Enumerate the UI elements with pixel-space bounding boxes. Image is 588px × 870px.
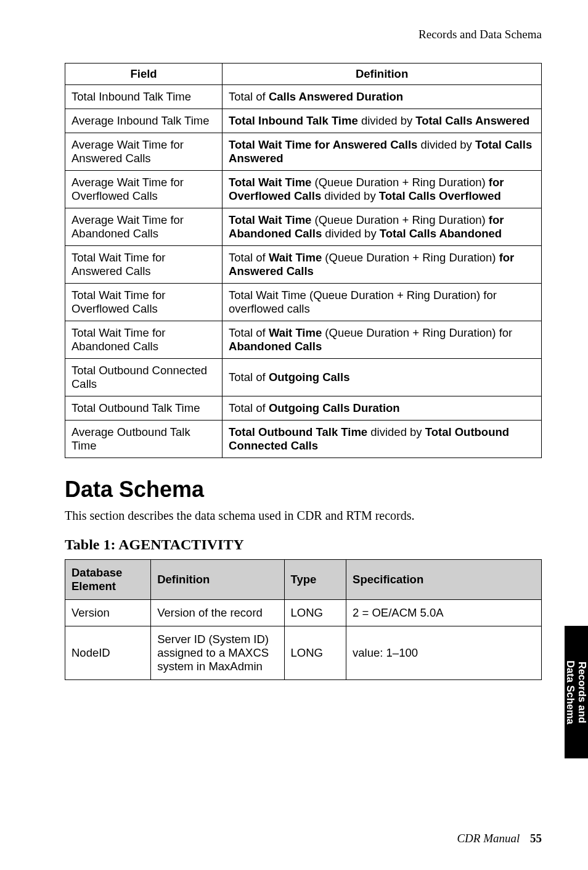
page-footer: CDR Manual 55 <box>457 832 542 845</box>
defs-definition-cell: Total of Wait Time (Queue Duration + Rin… <box>223 321 542 359</box>
defs-field-cell: Average Wait Time for Abandoned Calls <box>65 208 223 246</box>
schema-cell-spec: value: 1–100 <box>346 626 542 680</box>
section-body: This section describes the data schema u… <box>65 509 542 523</box>
table-caption: Table 1: AGENTACTIVITY <box>65 536 542 553</box>
defs-field-cell: Total Wait Time for Overflowed Calls <box>65 284 223 321</box>
table-row: VersionVersion of the recordLONG2 = OE/A… <box>65 600 542 626</box>
defs-definition-cell: Total Wait Time (Queue Duration + Ring D… <box>223 171 542 208</box>
defs-definition-cell: Total Wait Time for Answered Calls divid… <box>223 133 542 171</box>
table-row: Average Inbound Talk TimeTotal Inbound T… <box>65 109 542 133</box>
side-tab: Records and Data Schema <box>565 626 588 758</box>
footer-page-number: 55 <box>530 832 542 845</box>
defs-field-cell: Average Outbound Talk Time <box>65 421 223 458</box>
defs-definition-cell: Total Wait Time (Queue Duration + Ring D… <box>223 284 542 321</box>
table-row: Total Wait Time for Overflowed CallsTota… <box>65 284 542 321</box>
side-tab-line2: Data Schema <box>565 660 576 724</box>
defs-field-cell: Average Inbound Talk Time <box>65 109 223 133</box>
schema-cell-type: LONG <box>284 600 346 626</box>
schema-cell-def: Version of the record <box>151 600 284 626</box>
defs-header-definition: Definition <box>223 64 542 85</box>
defs-definition-cell: Total of Outgoing Calls <box>223 359 542 396</box>
schema-cell-type: LONG <box>284 626 346 680</box>
side-tab-line1: Records and <box>577 662 588 723</box>
footer-label: CDR Manual <box>457 832 520 845</box>
schema-header-def: Definition <box>151 560 284 600</box>
defs-field-cell: Total Outbound Connected Calls <box>65 359 223 396</box>
table-row: Average Wait Time for Answered CallsTota… <box>65 133 542 171</box>
defs-field-cell: Average Wait Time for Overflowed Calls <box>65 171 223 208</box>
defs-definition-cell: Total of Wait Time (Queue Duration + Rin… <box>223 246 542 284</box>
defs-definition-cell: Total Inbound Talk Time divided by Total… <box>223 109 542 133</box>
schema-cell-db: NodeID <box>65 626 151 680</box>
defs-field-cell: Total Wait Time for Answered Calls <box>65 246 223 284</box>
running-header: Records and Data Schema <box>65 28 542 41</box>
table-row: Average Wait Time for Abandoned CallsTot… <box>65 208 542 246</box>
table-row: Total Wait Time for Abandoned CallsTotal… <box>65 321 542 359</box>
schema-header-db: Database Element <box>65 560 151 600</box>
schema-header-type: Type <box>284 560 346 600</box>
defs-field-cell: Average Wait Time for Answered Calls <box>65 133 223 171</box>
schema-header-spec: Specification <box>346 560 542 600</box>
schema-table: Database Element Definition Type Specifi… <box>65 559 542 680</box>
defs-field-cell: Total Outbound Talk Time <box>65 396 223 421</box>
schema-cell-db: Version <box>65 600 151 626</box>
schema-cell-def: Server ID (System ID) assigned to a MAXC… <box>151 626 284 680</box>
definitions-table: Field Definition Total Inbound Talk Time… <box>65 63 542 458</box>
table-row: Total Wait Time for Answered CallsTotal … <box>65 246 542 284</box>
table-row: Average Wait Time for Overflowed CallsTo… <box>65 171 542 208</box>
section-title: Data Schema <box>65 477 542 503</box>
defs-definition-cell: Total Outbound Talk Time divided by Tota… <box>223 421 542 458</box>
table-row: Total Inbound Talk TimeTotal of Calls An… <box>65 85 542 109</box>
defs-definition-cell: Total of Outgoing Calls Duration <box>223 396 542 421</box>
defs-header-field: Field <box>65 64 223 85</box>
table-row: Total Outbound Talk TimeTotal of Outgoin… <box>65 396 542 421</box>
table-row: Average Outbound Talk TimeTotal Outbound… <box>65 421 542 458</box>
schema-cell-spec: 2 = OE/ACM 5.0A <box>346 600 542 626</box>
table-row: NodeIDServer ID (System ID) assigned to … <box>65 626 542 680</box>
defs-definition-cell: Total of Calls Answered Duration <box>223 85 542 109</box>
table-row: Total Outbound Connected CallsTotal of O… <box>65 359 542 396</box>
defs-definition-cell: Total Wait Time (Queue Duration + Ring D… <box>223 208 542 246</box>
defs-field-cell: Total Inbound Talk Time <box>65 85 223 109</box>
defs-field-cell: Total Wait Time for Abandoned Calls <box>65 321 223 359</box>
